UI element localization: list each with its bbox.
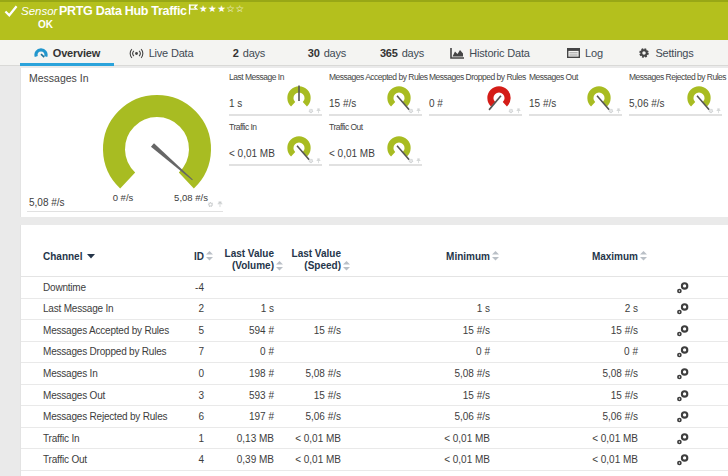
primary-gauge-value: 5,08 #/s xyxy=(29,197,65,208)
edit-channel-icon[interactable] xyxy=(677,454,689,466)
cell-edit-channel xyxy=(638,345,728,358)
tab-icon xyxy=(450,48,464,59)
mini-gauge-title: Messages Out xyxy=(529,72,578,82)
channels-table-panel: Channel ID Last Value (Volume) Last Valu… xyxy=(20,225,728,476)
gauge-scale-min: 0 #/s xyxy=(91,192,155,203)
mini-gauge-value: 5,06 #/s xyxy=(629,98,665,109)
channel-row[interactable]: Messages Rejected by Rules 6 197 # 5,06 … xyxy=(21,406,728,428)
tab-live-data[interactable]: Live Data xyxy=(114,40,208,66)
mini-gauge-title: Traffic Out xyxy=(329,122,363,132)
tab-icon xyxy=(567,48,580,58)
tile-divider xyxy=(229,114,322,116)
edit-channel-icon[interactable] xyxy=(677,325,689,337)
channel-row[interactable]: Traffic Out 4 0,39 MB < 0,01 MB < 0,01 M… xyxy=(21,449,728,471)
cell-channel: Messages Dropped by Rules xyxy=(21,346,161,357)
cell-minimum: 15 #/s xyxy=(341,325,490,336)
cell-last-value-volume: 198 # xyxy=(204,368,274,379)
tab-range-number: 2 xyxy=(233,47,239,59)
tab-settings[interactable]: Settings xyxy=(630,40,702,66)
edit-channel-icon[interactable] xyxy=(677,282,689,294)
channel-row[interactable]: Messages Out 3 593 # 15 #/s 15 #/s 15 #/… xyxy=(21,385,728,407)
object-kind-label: Sensor xyxy=(21,5,57,17)
tab-label: Log xyxy=(585,47,603,59)
cell-last-value-speed: < 0,01 MB xyxy=(274,433,341,444)
cell-minimum: < 0,01 MB xyxy=(341,454,490,465)
column-header-maximum[interactable]: Maximum xyxy=(490,251,638,262)
channel-row[interactable]: Traffic In 1 0,13 MB < 0,01 MB < 0,01 MB… xyxy=(21,428,728,450)
cell-last-value-speed: 5,08 #/s xyxy=(274,368,341,379)
channel-row[interactable]: Messages Accepted by Rules 5 594 # 15 #/… xyxy=(21,320,728,342)
mini-gauge-value: 15 #/s xyxy=(529,98,556,109)
tab-30-days[interactable]: 30days xyxy=(290,40,364,66)
mini-gauge-value: 1 s xyxy=(229,98,242,109)
column-header-last-value-speed[interactable]: Last Value (Speed) xyxy=(274,240,341,272)
edit-channel-icon[interactable] xyxy=(677,411,689,423)
chart-icon xyxy=(450,48,464,59)
edit-channel-icon[interactable] xyxy=(677,346,689,358)
gear-icon xyxy=(638,47,650,59)
mini-gauge-title: Last Message In xyxy=(229,72,284,82)
cell-minimum: 0 # xyxy=(341,346,490,357)
cell-channel: Downtime xyxy=(21,282,161,293)
tab-2-days[interactable]: 2days xyxy=(208,40,290,66)
channel-row[interactable]: Last Message In 2 1 s 1 s 2 s xyxy=(21,299,728,321)
cell-channel: Last Message In xyxy=(21,303,161,314)
cell-minimum: 15 #/s xyxy=(341,390,490,401)
tab-range-number: 365 xyxy=(380,47,398,59)
tile-divider xyxy=(529,114,622,116)
sort-icon[interactable] xyxy=(343,261,350,271)
mini-gauge-value: < 0,01 MB xyxy=(329,148,375,159)
column-header-channel[interactable]: Channel xyxy=(21,251,161,262)
tile-divider xyxy=(27,211,223,213)
cell-minimum: < 0,01 MB xyxy=(341,433,490,444)
active-tab-underline xyxy=(20,63,114,66)
cell-last-value-volume: 1 s xyxy=(204,303,274,314)
tab-365-days[interactable]: 365days xyxy=(364,40,440,66)
column-header-last-value-volume[interactable]: Last Value (Volume) xyxy=(204,240,274,272)
edit-channel-icon[interactable] xyxy=(677,368,689,380)
broadcast-icon xyxy=(129,48,144,59)
cell-id: 5 xyxy=(161,325,204,336)
mini-gauge-value: 15 #/s xyxy=(329,98,356,109)
mini-gauge-tile: Messages Rejected by Rules 5,06 #/s xyxy=(629,68,728,118)
mini-gauges-grid: Last Message In 1 s Messages Accepted by… xyxy=(229,68,728,168)
prtg-sensor-overview-page: Sensor PRTG Data Hub Traffic ★★★☆☆ OK Ov… xyxy=(0,0,728,476)
channel-row[interactable]: Messages In 0 198 # 5,08 #/s 5,08 #/s 5,… xyxy=(21,363,728,385)
tab-label: Historic Data xyxy=(469,47,529,59)
cell-id: 1 xyxy=(161,433,204,444)
gear-icon[interactable] xyxy=(207,201,214,208)
tab-historic-data[interactable]: Historic Data xyxy=(440,40,540,66)
channel-row[interactable]: Messages Dropped by Rules 7 0 # 0 # 0 # xyxy=(21,342,728,364)
priority-stars[interactable]: ★★★☆☆ xyxy=(199,3,245,14)
channel-row[interactable]: Downtime -4 xyxy=(21,277,728,299)
sort-icon[interactable] xyxy=(640,251,647,261)
tab-label: days xyxy=(402,47,424,59)
cell-last-value-speed: 15 #/s xyxy=(274,390,341,401)
log-icon xyxy=(567,48,580,58)
column-header-minimum[interactable]: Minimum xyxy=(341,251,490,262)
tab-label: days xyxy=(243,47,265,59)
mini-gauge-tile: Messages Dropped by Rules 0 # xyxy=(429,68,529,118)
column-header-id[interactable]: ID xyxy=(161,251,204,262)
edit-channel-icon[interactable] xyxy=(677,303,689,315)
cell-channel: Messages In xyxy=(21,368,161,379)
cell-last-value-volume: 0,13 MB xyxy=(204,433,274,444)
mini-gauge-tile: Messages Out 15 #/s xyxy=(529,68,629,118)
column-header-text: Last Value (Volume) xyxy=(214,248,274,272)
edit-channel-icon[interactable] xyxy=(677,390,689,402)
tab-log[interactable]: Log xyxy=(540,40,630,66)
cell-maximum: 15 #/s xyxy=(490,325,638,336)
cell-maximum: 0 # xyxy=(490,346,638,357)
edit-channel-icon[interactable] xyxy=(677,433,689,445)
gauge-icon xyxy=(34,47,48,60)
cell-last-value-speed: 15 #/s xyxy=(274,325,341,336)
sensor-status-badge: OK xyxy=(38,19,53,30)
tile-divider xyxy=(329,114,422,116)
cell-last-value-volume: 197 # xyxy=(204,411,274,422)
pin-icon[interactable] xyxy=(217,201,223,208)
primary-gauge-title: Messages In xyxy=(29,72,89,84)
cell-channel: Messages Accepted by Rules xyxy=(21,325,161,336)
cell-channel: Traffic Out xyxy=(21,454,161,465)
tab-overview[interactable]: Overview xyxy=(20,40,114,66)
cell-id: -4 xyxy=(161,282,204,293)
